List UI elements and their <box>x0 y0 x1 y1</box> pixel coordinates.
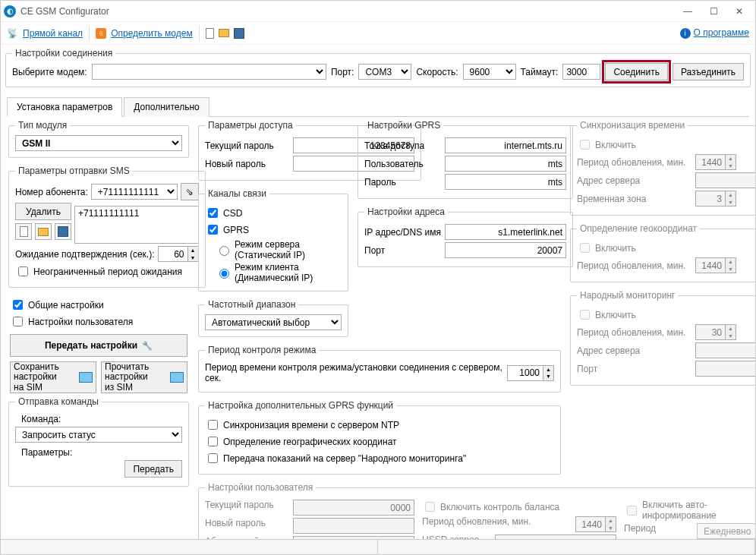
status-bar <box>1 539 755 554</box>
delete-number-button[interactable]: Удалить <box>15 203 71 220</box>
monitor-group: Народный мониторинг Включить Период обно… <box>570 290 755 386</box>
channels-group: Каналы связи CSD GPRS Режим сервера (Ста… <box>198 188 348 292</box>
save-icon[interactable] <box>234 28 244 39</box>
toolbar-separator <box>89 26 90 41</box>
sms-legend: Параметры отправки SMS <box>15 166 133 176</box>
sim-icon <box>170 372 184 383</box>
app-window: ◐ CE GSM Configurator ― ☐ ✕ 📡 Прямой кан… <box>0 0 756 555</box>
timeout-label: Таймаут: <box>521 67 559 77</box>
read-sim-button[interactable]: Прочитать настройки из SIM <box>101 361 187 393</box>
monitor-enable-check: Включить <box>577 307 755 322</box>
status-cell-2 <box>378 540 755 554</box>
list-item[interactable]: +71111111111 <box>78 208 195 219</box>
confirm-label: Ожидание подтверждения (сек.): <box>15 249 155 260</box>
disconnect-button[interactable]: Разъединить <box>673 63 744 80</box>
gprs-check[interactable]: GPRS <box>205 222 342 237</box>
sms-params-group: Параметры отправки SMS Номер абонента: +… <box>8 166 206 288</box>
gprs-settings-group: Настройки GPRS Точка доступа Пользовател… <box>358 120 573 199</box>
sim-icon <box>79 372 93 383</box>
mode-period-legend: Период контроля режима <box>205 345 319 355</box>
connection-legend: Настройки соединения <box>12 48 115 58</box>
tab-params[interactable]: Установка параметров <box>7 97 122 117</box>
port-select[interactable]: COM3 <box>358 64 411 80</box>
module-legend: Тип модуля <box>15 120 70 131</box>
monitor-legend: Народный мониторинг <box>577 290 678 301</box>
toolbar-separator <box>199 26 200 41</box>
port-label: Порт: <box>331 67 354 77</box>
time-sync-group: Синхронизация времени Включить Период об… <box>570 120 755 216</box>
abon-label: Номер абонента: <box>15 187 88 197</box>
user-settings-check[interactable]: Настройки пользователя <box>10 314 187 329</box>
detect-modem-link[interactable]: Определить модем <box>111 28 193 39</box>
main-toolbar: 📡 Прямой канал ౸ Определить модем iО про… <box>1 22 755 45</box>
gprs-pass-input[interactable] <box>445 174 566 190</box>
content-area: Тип модуля GSM II Параметры отправки SMS… <box>1 117 755 539</box>
module-type-select[interactable]: GSM II <box>15 135 182 151</box>
cmd-label: Команда: <box>21 414 61 424</box>
gprs-legend: Настройки GPRS <box>364 120 443 131</box>
info-icon: i <box>680 28 691 39</box>
cur-pass-label: Текущий пароль <box>205 140 288 151</box>
modem-label: Выберите модем: <box>12 67 87 77</box>
common-settings-check[interactable]: Общие настройки <box>10 298 187 312</box>
rss-icon: ౸ <box>96 28 106 39</box>
freq-legend: Частотный диапазон <box>205 299 298 310</box>
minimize-button[interactable]: ― <box>675 3 701 20</box>
new-icon[interactable] <box>206 28 214 39</box>
cmd-legend: Отправка команды <box>15 396 102 407</box>
geo-enable-check: Включить <box>577 241 755 255</box>
cmd-params-label: Параметры: <box>21 447 72 458</box>
window-title: CE GSM Configurator <box>20 6 675 17</box>
transfer-settings-button[interactable]: Передать настройки <box>10 334 187 357</box>
connection-settings-group: Настройки соединения Выберите модем: Пор… <box>5 48 751 87</box>
abon-select[interactable]: +71111111111 <box>91 184 178 200</box>
connect-button[interactable]: Соединить <box>605 63 668 80</box>
geo-group: Определение геокоординат Включить Период… <box>570 223 755 282</box>
speed-label: Скорость: <box>416 67 458 77</box>
sms-save-icon[interactable] <box>55 223 71 240</box>
timeout-input[interactable] <box>562 64 600 80</box>
sync-legend: Синхронизация времени <box>577 120 688 131</box>
status-cell-1 <box>1 540 378 554</box>
sms-open-icon[interactable] <box>35 223 52 240</box>
number-list[interactable]: +71111111111 <box>74 206 199 244</box>
sync-enable-check: Включить <box>577 137 755 152</box>
apn-input[interactable] <box>445 137 566 153</box>
client-mode-radio[interactable]: Режим клиента (Динамический IP) <box>216 262 342 283</box>
direct-channel-icon: 📡 <box>7 28 18 39</box>
speed-select[interactable]: 9600 <box>463 64 516 80</box>
channels-legend: Каналы связи <box>205 188 269 199</box>
send-command-button[interactable]: Передать <box>124 460 182 478</box>
app-icon: ◐ <box>4 5 16 17</box>
address-settings-group: Настройки адреса IP адрес/DNS имя Порт <box>358 207 573 267</box>
cmd-select[interactable]: Запросить статус <box>15 427 182 443</box>
save-sim-button[interactable]: Сохранить настройки на SIM <box>10 361 96 393</box>
server-mode-radio[interactable]: Режим сервера (Статический IP) <box>216 239 342 260</box>
csd-check[interactable]: CSD <box>205 206 342 220</box>
send-command-group: Отправка команды Команда: Запросить стат… <box>8 396 189 487</box>
modem-select[interactable] <box>92 64 326 80</box>
access-legend: Параметры доступа <box>205 120 296 131</box>
confirm-spinner[interactable]: ▲▼ <box>158 246 199 262</box>
module-type-group: Тип модуля GSM II <box>8 120 189 158</box>
new-pass-label: Новый пароль <box>205 159 288 169</box>
tab-bar: Установка параметров Дополнительно <box>7 96 749 117</box>
addr-port-input[interactable] <box>445 242 566 258</box>
about-link[interactable]: iО программе <box>680 27 749 39</box>
freq-group: Частотный диапазон Автоматический выбор <box>198 299 348 337</box>
addr-legend: Настройки адреса <box>364 207 448 217</box>
open-icon[interactable] <box>219 29 229 37</box>
titlebar: ◐ CE GSM Configurator ― ☐ ✕ <box>1 1 755 22</box>
tab-extra[interactable]: Дополнительно <box>124 97 209 117</box>
close-button[interactable]: ✕ <box>726 3 752 20</box>
user-settings-legend: Настройки пользователя <box>205 482 316 493</box>
ip-input[interactable] <box>445 224 566 240</box>
freq-select[interactable]: Автоматический выбор <box>205 314 342 330</box>
wrench-icon <box>142 340 153 351</box>
unlimited-wait-check[interactable]: Неограниченный период ожидания <box>15 264 199 279</box>
sms-new-icon[interactable] <box>15 223 32 240</box>
gprs-user-input[interactable] <box>445 156 566 172</box>
maximize-button[interactable]: ☐ <box>701 3 726 20</box>
direct-channel-link[interactable]: Прямой канал <box>23 28 83 39</box>
geo-legend: Определение геокоординат <box>577 223 700 234</box>
